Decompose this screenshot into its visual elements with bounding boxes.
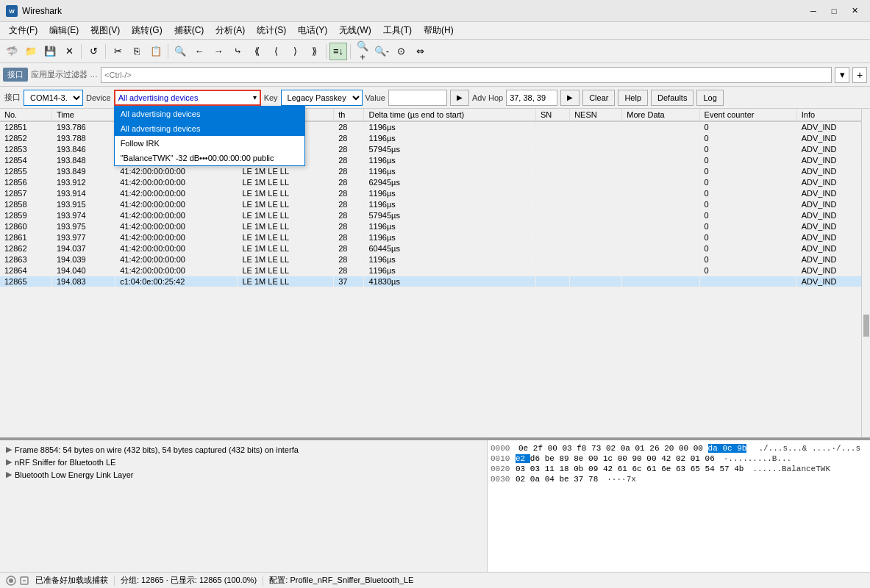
- filter-plus-button[interactable]: +: [852, 67, 867, 83]
- table-cell: [622, 276, 699, 287]
- device-option-3[interactable]: "BalanceTWK" -32 dB•••00:00:00:00 public: [115, 151, 304, 165]
- help-button[interactable]: Help: [618, 90, 648, 106]
- vertical-scrollbar[interactable]: [861, 109, 870, 437]
- paste-button[interactable]: 📋: [147, 43, 165, 60]
- hex-bytes-1: e2 d6 be 89 8e 00 1c 00 90 00 42 02 01 0…: [516, 454, 715, 463]
- adv-hop-set-button[interactable]: ▶: [560, 90, 580, 106]
- table-cell: 28: [334, 121, 364, 133]
- col-sn: SN: [535, 109, 569, 121]
- filter-expand-button[interactable]: ▾: [835, 67, 849, 83]
- clear-button[interactable]: Clear: [582, 90, 615, 106]
- device-option-1[interactable]: All advertising devices: [115, 121, 304, 136]
- menu-analyze[interactable]: 分析(A): [210, 23, 251, 38]
- table-cell: 0: [699, 166, 796, 177]
- copy-button[interactable]: ⎘: [128, 43, 146, 60]
- table-cell: ADV_IND: [796, 221, 869, 232]
- table-cell: 28: [334, 243, 364, 254]
- table-row[interactable]: 12855193.84941:42:00:00:00:00LE 1M LE LL…: [0, 166, 870, 177]
- last-packet-button[interactable]: ⟫: [305, 43, 323, 60]
- table-cell: LE 1M LE LL: [238, 254, 334, 265]
- table-cell: [570, 133, 622, 144]
- table-cell: ADV_IND: [796, 177, 869, 188]
- hex-byte: 42: [603, 465, 618, 473]
- close-button2[interactable]: ✕: [60, 43, 78, 60]
- hex-byte: 1c: [603, 454, 618, 463]
- hex-byte: 0a: [530, 475, 545, 484]
- zoom-reset-button[interactable]: ⊙: [392, 43, 410, 60]
- menu-capture[interactable]: 捕获(C): [168, 23, 210, 38]
- table-cell: [570, 232, 622, 243]
- value-go-button[interactable]: ▶: [450, 90, 469, 106]
- next-packet-button[interactable]: ⟩: [286, 43, 304, 60]
- reload-button[interactable]: ↺: [85, 43, 102, 60]
- detail-item-nrf[interactable]: ▶ nRF Sniffer for Bluetooth LE: [3, 456, 484, 468]
- device-select[interactable]: All advertising devices ▾: [114, 90, 261, 106]
- log-button[interactable]: Log: [696, 90, 723, 106]
- open-button[interactable]: 📁: [22, 43, 40, 60]
- go-to-packet-button[interactable]: ⤷: [229, 43, 246, 60]
- key-select[interactable]: Legacy Passkey: [281, 90, 363, 106]
- maximize-button[interactable]: □: [824, 4, 844, 18]
- table-cell: 41:42:00:00:00:00: [115, 166, 238, 177]
- defaults-button[interactable]: Defaults: [651, 90, 693, 106]
- menu-jump[interactable]: 跳转(G): [126, 23, 168, 38]
- menu-stats[interactable]: 统计(S): [251, 23, 292, 38]
- table-row[interactable]: 12859193.97441:42:00:00:00:00LE 1M LE LL…: [0, 210, 870, 221]
- table-cell: 41:42:00:00:00:00: [115, 232, 238, 243]
- minimize-button[interactable]: ─: [804, 4, 823, 18]
- close-button[interactable]: ✕: [845, 4, 864, 18]
- menu-wireless[interactable]: 无线(W): [333, 23, 377, 38]
- adv-hop-input[interactable]: [506, 90, 557, 106]
- hex-offset-1: 0010: [491, 454, 513, 463]
- device-option-2[interactable]: Follow IRK: [115, 136, 304, 151]
- prev-packet-button[interactable]: ⟨: [267, 43, 285, 60]
- menu-view[interactable]: 视图(V): [85, 23, 126, 38]
- nrf-expand-icon: ▶: [6, 457, 12, 467]
- table-cell: [535, 144, 569, 155]
- menu-help[interactable]: 帮助(H): [418, 23, 460, 38]
- zoom-in-button[interactable]: 🔍+: [354, 43, 371, 60]
- table-cell: 194.039: [51, 254, 115, 265]
- table-cell: [535, 177, 569, 188]
- table-cell: LE 1M LE LL: [238, 177, 334, 188]
- table-cell: [535, 188, 569, 199]
- first-packet-button[interactable]: ⟪: [248, 43, 265, 60]
- menu-tools[interactable]: 工具(T): [377, 23, 418, 38]
- new-capture-button[interactable]: 🦈: [3, 43, 21, 60]
- port-select[interactable]: COM14-3.: [24, 90, 83, 106]
- find-prev-button[interactable]: ←: [190, 43, 208, 60]
- table-row[interactable]: 12864194.04041:42:00:00:00:00LE 1M LE LL…: [0, 265, 870, 276]
- auto-scroll-button[interactable]: ≡↓: [329, 43, 347, 60]
- value-label: Value: [366, 93, 385, 102]
- table-row[interactable]: 12857193.91441:42:00:00:00:00LE 1M LE LL…: [0, 188, 870, 199]
- device-option-0[interactable]: All advertising devices: [115, 107, 304, 121]
- table-row[interactable]: 12856193.91241:42:00:00:00:00LE 1M LE LL…: [0, 177, 870, 188]
- filter-input[interactable]: [101, 67, 832, 83]
- find-button[interactable]: 🔍: [171, 43, 189, 60]
- table-row[interactable]: 12858193.91541:42:00:00:00:00LE 1M LE LL…: [0, 199, 870, 210]
- table-row[interactable]: 12863194.03941:42:00:00:00:00LE 1M LE LL…: [0, 254, 870, 265]
- table-row[interactable]: 12865194.083c1:04:0e:00:25:42LE 1M LE LL…: [0, 276, 870, 287]
- detail-item-ble[interactable]: ▶ Bluetooth Low Energy Link Layer: [3, 468, 484, 481]
- hex-byte: d6: [530, 454, 545, 463]
- table-cell: 0: [699, 265, 796, 276]
- hex-byte-highlighted: da: [708, 444, 723, 453]
- menu-phone[interactable]: 电话(Y): [292, 23, 333, 38]
- resize-columns-button[interactable]: ⇔: [411, 43, 429, 60]
- table-cell: 193.914: [51, 188, 115, 199]
- table-row[interactable]: 12862194.03741:42:00:00:00:00LE 1M LE LL…: [0, 243, 870, 254]
- table-cell: [622, 177, 699, 188]
- table-row[interactable]: 12860193.97541:42:00:00:00:00LE 1M LE LL…: [0, 221, 870, 232]
- table-row[interactable]: 12861193.97741:42:00:00:00:00LE 1M LE LL…: [0, 232, 870, 243]
- menu-file[interactable]: 文件(F): [3, 23, 43, 38]
- cut-button[interactable]: ✂: [109, 43, 126, 60]
- menu-edit[interactable]: 编辑(E): [43, 23, 85, 38]
- save-button[interactable]: 💾: [41, 43, 59, 60]
- zoom-out-button[interactable]: 🔍-: [373, 43, 391, 60]
- find-next-button[interactable]: →: [210, 43, 227, 60]
- detail-item-frame[interactable]: ▶ Frame 8854: 54 bytes on wire (432 bits…: [3, 443, 484, 456]
- hex-byte: 0e: [518, 444, 533, 453]
- table-cell: 12857: [0, 188, 51, 199]
- hex-byte: 6c: [632, 465, 647, 473]
- value-input[interactable]: [388, 90, 447, 106]
